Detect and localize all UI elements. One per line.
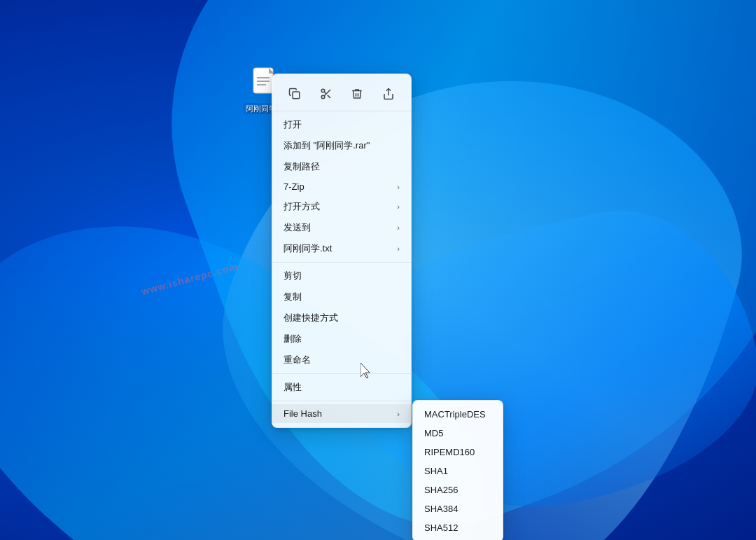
svg-rect-5: [293, 92, 300, 99]
arrow-icon: ›: [397, 244, 400, 253]
svg-line-10: [324, 92, 326, 94]
submenu-item-mac-triple-des[interactable]: MACTripleDES: [413, 405, 503, 424]
arrow-icon: ›: [397, 183, 400, 191]
file-hash-submenu: MACTripleDES MD5 RIPEMD160 SHA1 SHA256 S…: [412, 400, 503, 540]
share-toolbar-button[interactable]: [377, 83, 400, 105]
menu-item-ajgtxt[interactable]: 阿刚同学.txt ›: [272, 238, 411, 259]
submenu-item-sha384[interactable]: SHA384: [413, 499, 503, 518]
menu-item-add-to-rar[interactable]: 添加到 "阿刚同学.rar": [272, 135, 411, 156]
menu-item-properties[interactable]: 属性: [272, 377, 411, 398]
submenu-item-sha1[interactable]: SHA1: [413, 462, 503, 480]
delete-toolbar-button[interactable]: [346, 83, 368, 105]
menu-item-cut[interactable]: 剪切: [272, 265, 411, 286]
menu-item-rename[interactable]: 重命名: [272, 349, 411, 371]
svg-line-9: [328, 95, 330, 98]
submenu-item-md5[interactable]: MD5: [413, 424, 503, 443]
menu-item-open[interactable]: 打开: [272, 114, 411, 135]
context-menu-toolbar: [272, 78, 411, 111]
arrow-icon: ›: [397, 410, 400, 418]
arrow-icon: ›: [397, 223, 400, 232]
submenu-item-sha512[interactable]: SHA512: [413, 518, 503, 537]
copy-toolbar-button[interactable]: [284, 83, 306, 105]
separator-3: [272, 401, 411, 401]
svg-point-6: [321, 89, 325, 92]
menu-item-copy-path[interactable]: 复制路径: [272, 156, 411, 177]
submenu-item-sha256[interactable]: SHA256: [413, 480, 503, 499]
desktop: 阿刚同学.txt www.isharepc.com: [0, 0, 756, 540]
menu-item-send-to[interactable]: 发送到 ›: [272, 217, 411, 238]
context-menu: 打开 添加到 "阿刚同学.rar" 复制路径 7-Zip › 添加到压缩包...…: [272, 74, 412, 428]
menu-item-copy[interactable]: 复制: [272, 286, 411, 307]
menu-item-file-hash[interactable]: File Hash › MACTripleDES MD5 RIPEMD160 S…: [272, 404, 411, 423]
menu-item-delete[interactable]: 删除: [272, 328, 411, 349]
cut-toolbar-button[interactable]: [315, 83, 337, 105]
menu-item-7zip[interactable]: 7-Zip › 添加到压缩包...: [272, 177, 411, 196]
submenu-item-ripemd160[interactable]: RIPEMD160: [413, 443, 503, 462]
svg-point-7: [321, 95, 325, 99]
separator-2: [272, 373, 411, 374]
menu-item-open-with[interactable]: 打开方式 ›: [272, 196, 411, 217]
arrow-icon: ›: [397, 202, 400, 211]
separator-1: [272, 262, 411, 263]
menu-item-create-shortcut[interactable]: 创建快捷方式: [272, 307, 411, 328]
